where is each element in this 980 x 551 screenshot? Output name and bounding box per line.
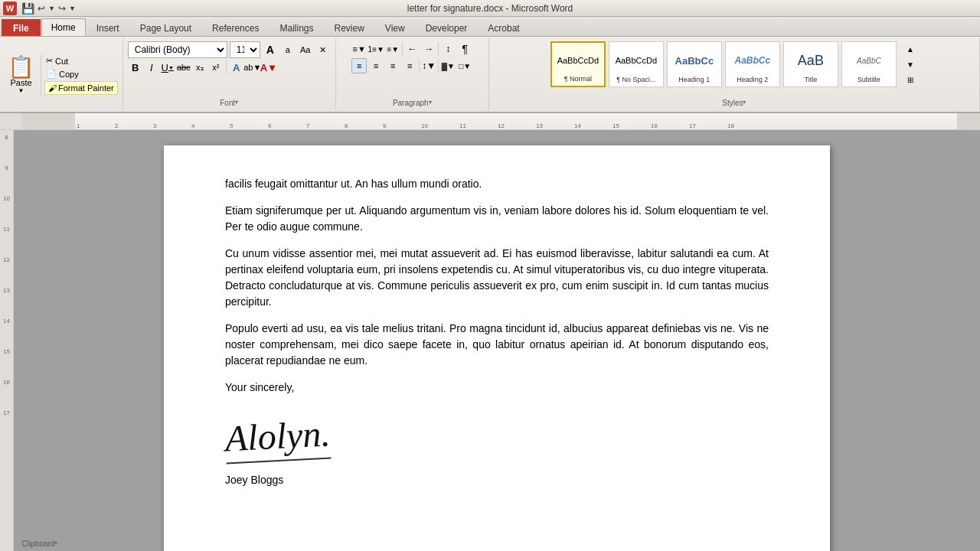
format-painter-label: Format Painter [58,83,114,93]
font-size-selector[interactable]: 11 [230,41,260,58]
customize-icon[interactable]: ▼ [69,5,76,12]
tab-page-layout[interactable]: Page Layout [130,19,201,36]
tab-developer[interactable]: Developer [416,19,478,36]
tab-acrobat[interactable]: Acrobat [478,19,529,36]
para-3[interactable]: Cu unum vidisse assentior mei, mei mutat… [225,246,769,310]
paste-dropdown-icon[interactable]: ▼ [18,87,24,94]
styles-expand-icon[interactable]: ▾ [743,99,746,107]
show-marks-button[interactable]: ¶ [457,41,472,57]
tab-mailings[interactable]: Mailings [270,19,323,36]
style-no-spacing[interactable]: AaBbCcDd ¶ No Spaci... [609,41,664,87]
tab-view[interactable]: View [375,19,415,36]
subscript-button[interactable]: x₂ [192,60,207,75]
tab-file[interactable]: File [2,19,41,36]
line-spacing-button[interactable]: ↕▼ [421,58,436,73]
paste-button[interactable]: 📋 Paste ▼ [2,55,41,96]
align-left-button[interactable]: ≡ [351,58,367,73]
style-normal-label: ¶ Normal [564,75,592,83]
cut-button[interactable]: ✂ Cut [44,55,118,67]
clear-format-button[interactable]: ✕ [315,42,331,57]
font-controls: Calibri (Body) 11 A a Aa ✕ B I U▼ abc x₂ [128,41,331,75]
style-normal[interactable]: AaBbCcDd ¶ Normal [550,41,606,87]
font-row-1: Calibri (Body) 11 A a Aa ✕ [128,41,331,58]
font-separator [226,60,227,74]
text-highlight-button[interactable]: ab▼ [245,60,260,75]
style-heading1-preview: AaBbCc [671,45,718,76]
tab-home[interactable]: Home [41,18,86,36]
strikethrough-button[interactable]: abc [176,60,191,75]
para-sep-3 [419,59,420,73]
underline-button[interactable]: U▼ [160,60,175,75]
ruler-corner [0,113,23,130]
tab-references[interactable]: References [202,19,269,36]
shading-button[interactable]: ▓▼ [440,58,456,73]
paragraph-row-1: ≡▼ 1≡▼ ≡▼ ← → ↕ ¶ [351,41,472,57]
ruler-bar[interactable]: 1 2 3 4 5 6 7 8 9 10 11 12 13 14 15 16 1… [23,113,980,130]
tab-review[interactable]: Review [324,19,374,36]
increase-indent-button[interactable]: → [421,41,436,57]
paragraph-group-label: Paragraph ▾ [336,99,488,107]
decrease-indent-button[interactable]: ← [404,41,420,57]
align-center-button[interactable]: ≡ [368,58,384,73]
superscript-button[interactable]: x² [208,60,224,75]
paste-icon: 📋 [8,57,34,78]
para-1[interactable]: facilis feugait omittantur ut. An has ul… [225,176,769,192]
document-page[interactable]: facilis feugait omittantur ut. An has ul… [164,145,830,551]
ruler-gray-left [23,113,75,130]
bold-button[interactable]: B [128,60,143,75]
cut-label: Cut [55,57,68,66]
italic-button[interactable]: I [144,60,159,75]
text-effects-button[interactable]: A [229,60,244,75]
signature-name[interactable]: Joey Bloggs [225,472,769,488]
style-title-label: Title [805,76,818,83]
style-title-preview: AaB [787,45,835,76]
style-heading2-preview: AaBbCc [729,45,776,76]
align-right-button[interactable]: ≡ [385,58,400,73]
undo-dropdown-icon[interactable]: ▼ [48,5,55,12]
format-painter-button[interactable]: 🖌 Format Painter [44,81,118,95]
quick-access-toolbar: 💾 ↩ ▼ ↪ ▼ [21,2,76,15]
style-subtitle[interactable]: AaBbC Subtitle [841,41,897,87]
copy-button[interactable]: 📄 Copy [44,68,118,80]
font-color-button[interactable]: A▼ [261,60,276,75]
styles-group-label: Styles ▾ [489,99,979,107]
borders-button[interactable]: □▼ [457,58,472,73]
clipboard-expand-icon[interactable]: ▾ [54,540,57,548]
styles-more[interactable]: ⊞ [903,72,918,87]
para-2[interactable]: Etiam signiferumque per ut. Aliquando ar… [225,203,769,235]
font-shrink-button[interactable]: a [280,42,296,57]
font-family-selector[interactable]: Calibri (Body) [128,41,227,58]
style-subtitle-preview: AaBbC [845,45,893,76]
style-heading1[interactable]: AaBbCc Heading 1 [667,41,722,87]
clipboard-group-label: Clipboard ▾ [2,540,78,548]
style-no-spacing-label: ¶ No Spaci... [616,76,655,83]
bullets-button[interactable]: ≡▼ [351,41,367,57]
paste-label: Paste [10,78,31,87]
paragraph-expand-icon[interactable]: ▾ [429,99,432,107]
format-painter-icon: 🖌 [48,83,57,93]
ruler: 1 2 3 4 5 6 7 8 9 10 11 12 13 14 15 16 1… [0,113,980,130]
para-4[interactable]: Populo everti ad usu, ea vis tale melius… [225,321,769,369]
font-grow-button[interactable]: A [263,42,278,57]
justify-button[interactable]: ≡ [402,58,417,73]
para-sep-4 [438,59,439,73]
save-icon[interactable]: 💾 [21,2,34,15]
undo-icon[interactable]: ↩ [38,3,45,14]
styles-nav: ▲ ▼ ⊞ [903,41,918,87]
para-sep-2 [438,42,439,56]
numbering-button[interactable]: 1≡▼ [368,41,384,57]
redo-icon[interactable]: ↪ [58,3,66,14]
ribbon-tabs: File Home Insert Page Layout References … [0,17,980,37]
styles-scroll-up[interactable]: ▲ [903,41,918,57]
font-expand-icon[interactable]: ▾ [235,99,238,107]
style-title[interactable]: AaB Title [783,41,838,87]
document-area[interactable]: facilis feugait omittantur ut. An has ul… [14,130,980,551]
style-heading2[interactable]: AaBbCc Heading 2 [725,41,780,87]
change-case-button[interactable]: Aa [298,42,313,57]
multilevel-button[interactable]: ≡▼ [385,41,400,57]
paragraph-group: ≡▼ 1≡▼ ≡▼ ← → ↕ ¶ ≡ ≡ ≡ ≡ ↕▼ [336,38,489,110]
para-5[interactable]: Your sincerely, [225,380,769,396]
styles-scroll-down[interactable]: ▼ [903,57,918,72]
tab-insert[interactable]: Insert [87,19,129,36]
sort-button[interactable]: ↕ [440,41,456,57]
